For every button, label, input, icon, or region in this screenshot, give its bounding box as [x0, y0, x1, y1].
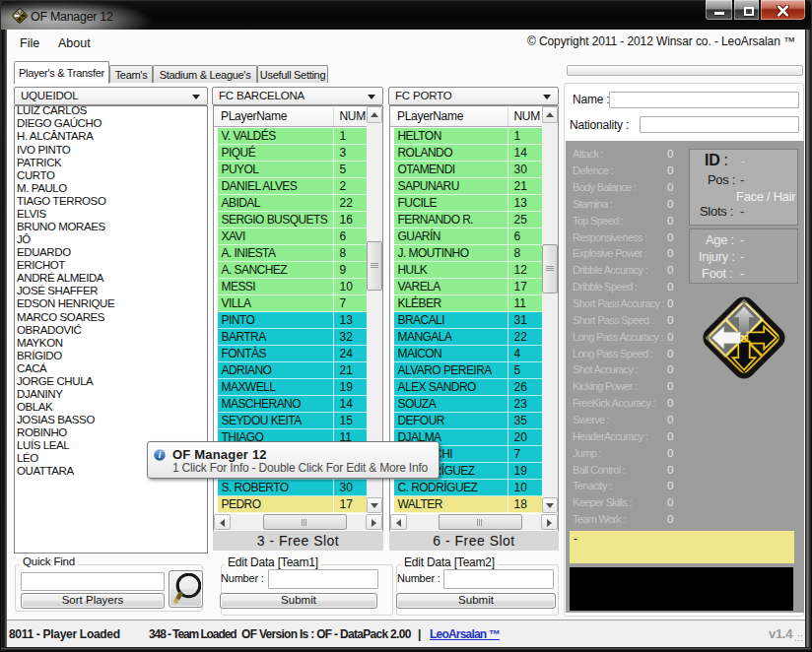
svg-text:i: i	[159, 450, 162, 460]
